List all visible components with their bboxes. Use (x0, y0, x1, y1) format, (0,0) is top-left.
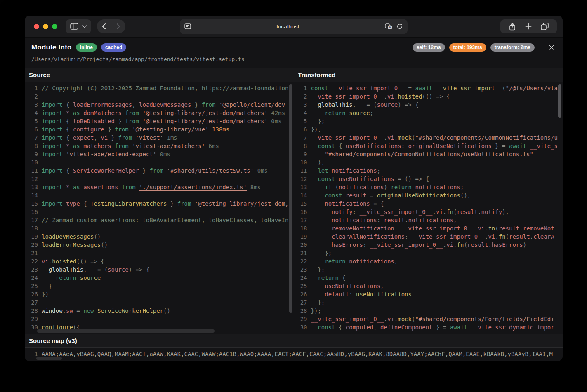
code-line: 16 (25, 208, 294, 216)
close-window-button[interactable] (34, 24, 39, 29)
source-code[interactable]: 1// Copyright (C) 2012-2025 Zammad Found… (25, 82, 294, 334)
code-line: 24 return { (294, 274, 563, 282)
line-number: 16 (25, 208, 38, 216)
code-text: clearAllNotifications: __vite_ssr_import… (311, 232, 554, 241)
line-number: 29 (294, 315, 307, 323)
line-number: 20 (294, 241, 307, 249)
code-text: import { expect, vi } from 'vitest' 1ms (42, 134, 177, 142)
code-text: import { loadErrorMessages, loadDevMessa… (42, 101, 285, 109)
line-number: 4 (25, 109, 38, 117)
module-badge: cached (101, 43, 126, 52)
line-number: 5 (25, 117, 38, 125)
code-text: // Zammad custom assertions: toBeAvatarE… (42, 216, 288, 224)
code-line: 10 (25, 158, 294, 167)
line-number: 30 (294, 323, 307, 331)
line-number: 24 (294, 274, 307, 282)
zoom-window-button[interactable] (52, 24, 57, 29)
code-line: 1// Copyright (C) 2012-2025 Zammad Found… (25, 84, 294, 92)
sidebar-toggle-group[interactable] (66, 19, 91, 33)
code-text: import 'vitest-axe/extend-expect' 0ms (42, 150, 170, 158)
line-number: 13 (294, 183, 307, 191)
line-number: 29 (25, 315, 38, 323)
code-text: }; (311, 249, 332, 257)
sidebar-icon[interactable] (70, 23, 78, 30)
code-text: const result = originalUseNotifications(… (311, 191, 471, 200)
code-line: 13import * as assertions from './support… (25, 183, 294, 191)
module-file-path: /Users/vladimir/Projects/zammad/app/fron… (31, 56, 556, 62)
code-text: } (42, 282, 52, 290)
code-line: 6}); (294, 125, 563, 134)
svg-text:A: A (389, 26, 391, 29)
page-title: Module Info (31, 43, 72, 52)
minimize-window-button[interactable] (43, 24, 48, 29)
line-number: 28 (294, 307, 307, 315)
code-text: import * as domMatchers from '@testing-l… (42, 109, 285, 117)
module-badges: inlinecached (76, 43, 127, 52)
code-line: 8import * as matchers from 'vitest-axe/m… (25, 142, 294, 150)
code-text: const { computed, defineComponent } = aw… (311, 323, 554, 331)
address-bar[interactable]: localhost A (180, 19, 408, 34)
transformed-code[interactable]: 1const __vite_ssr_import_0__ = await __v… (294, 82, 563, 334)
code-line: 9 "#shared/components/CommonNotification… (294, 150, 563, 158)
translate-icon[interactable]: A (385, 23, 392, 30)
browser-window: localhost A (25, 16, 563, 361)
code-line: 1AAMA;AAeA,yBAAG,QAAQ,MAAM;AACf,aAAW,KAA… (25, 350, 563, 358)
line-number: 6 (25, 125, 38, 134)
transformed-vertical-scrollbar[interactable] (558, 84, 561, 118)
line-number: 11 (294, 167, 307, 175)
code-text: import { configure } from '@testing-libr… (42, 125, 229, 134)
code-line: 5import { toBeDisabled } from '@testing-… (25, 117, 294, 125)
code-text: useNotifications, (311, 282, 384, 290)
line-number: 1 (25, 84, 38, 92)
browser-toolbar: localhost A (25, 16, 563, 38)
line-number: 10 (294, 158, 307, 167)
sourcemap-title: Source map (v3) (25, 334, 563, 348)
line-number: 22 (25, 257, 38, 265)
line-number: 18 (294, 224, 307, 232)
code-line: 19loadDevMessages() (25, 232, 294, 241)
code-text: AAMA;AAeA,yBAAG,QAAQ,MAAM;AACf,aAAW,KAAK… (42, 350, 553, 358)
toolbar-right-buttons (500, 19, 557, 33)
code-line: 18 (25, 224, 294, 232)
timing-badges: self: 12mstotal: 193mstransform: 2ms (413, 43, 535, 52)
line-number: 12 (294, 175, 307, 183)
close-icon[interactable] (547, 43, 556, 52)
line-number: 15 (294, 200, 307, 208)
code-text: import { toBeDisabled } from '@testing-l… (42, 117, 282, 125)
source-horizontal-scrollbar[interactable] (37, 329, 215, 333)
code-line: 16 notify: __vite_ssr_import_0__.vi.fn(r… (294, 208, 563, 216)
line-number: 6 (294, 125, 307, 134)
chevron-down-icon[interactable] (82, 25, 87, 28)
code-line: 27 (25, 298, 294, 307)
sourcemap-horizontal-scrollbar[interactable] (36, 357, 62, 360)
forward-button[interactable] (111, 19, 125, 33)
line-number: 7 (294, 134, 307, 142)
timing-badge: transform: 2ms (490, 43, 535, 52)
code-line: 3import { loadErrorMessages, loadDevMess… (25, 101, 294, 109)
tab-overview-icon[interactable] (541, 23, 549, 30)
line-number: 12 (25, 175, 38, 183)
line-number: 1 (25, 350, 38, 358)
back-button[interactable] (97, 19, 111, 33)
page-format-icon[interactable] (184, 23, 191, 29)
module-info-title-row: Module Info inlinecached self: 12mstotal… (31, 42, 556, 52)
line-number: 19 (294, 232, 307, 241)
code-text: notifications: result.notifications, (311, 216, 457, 224)
transformed-panel-title: Transformed (294, 68, 563, 82)
code-line: 12 (25, 175, 294, 183)
reload-icon[interactable] (396, 23, 403, 30)
code-text: notifications = { (311, 200, 384, 208)
source-panel-title: Source (25, 68, 294, 82)
url-text[interactable]: localhost (191, 23, 385, 30)
sourcemap-code[interactable]: 1AAMA;AAeA,yBAAG,QAAQ,MAAM;AACf,aAAW,KAA… (25, 348, 563, 361)
source-vertical-scrollbar[interactable] (289, 84, 292, 313)
code-line: 4import * as domMatchers from '@testing-… (25, 109, 294, 117)
code-text: }); (311, 125, 321, 134)
code-line: 26 default: useNotifications (294, 290, 563, 298)
code-line: 2__vite_ssr_import_0__.vi.hoisted(() => … (294, 92, 563, 101)
share-icon[interactable] (509, 23, 516, 31)
code-line: 20 hasErrors: __vite_ssr_import_0__.vi.f… (294, 241, 563, 249)
new-tab-icon[interactable] (525, 23, 532, 30)
code-line: 1const __vite_ssr_import_0__ = await __v… (294, 84, 563, 92)
line-number: 27 (25, 298, 38, 307)
